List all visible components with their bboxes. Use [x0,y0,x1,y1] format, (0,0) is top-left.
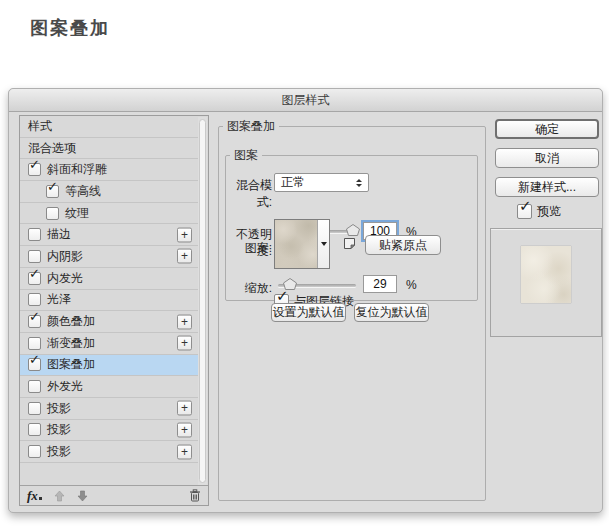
style-list-item[interactable]: 外发光 [20,376,198,398]
layer-style-dialog: 图层样式 样式混合选项✓斜面和浮雕✓等高线纹理描边+内阴影+✓内发光光泽✓颜色叠… [8,88,603,513]
fx-icon[interactable]: fx [27,488,38,504]
trash-icon [189,489,201,502]
snap-to-origin-button[interactable]: 贴紧原点 [365,235,441,255]
scrollbar-thumb[interactable] [199,119,206,483]
pattern-label: 图案: [228,240,272,257]
pattern-swatch-picker[interactable] [274,219,330,269]
style-item-label: 投影 [47,421,71,438]
checkmark-icon: ✓ [29,310,40,323]
reset-default-button[interactable]: 复位为默认值 [354,303,429,322]
effect-checkbox[interactable] [28,402,41,415]
new-preset-page-icon [343,237,356,250]
effect-checkbox[interactable]: ✓ [46,185,59,198]
blend-mode-value: 正常 [281,174,305,191]
effect-checkbox[interactable] [28,228,41,241]
arrow-up-icon [54,490,65,502]
style-list-item[interactable]: 投影+ [20,420,198,442]
style-preview-thumbnail [521,246,571,303]
blend-mode-label: 混合模式: [228,177,272,211]
new-style-button[interactable]: 新建样式... [495,177,599,197]
move-effect-up-button[interactable] [54,490,65,502]
effect-checkbox[interactable]: ✓ [28,358,41,371]
effect-checkbox[interactable] [46,207,59,220]
style-list-item[interactable]: 投影+ [20,441,198,463]
checkmark-icon: ✓ [47,180,58,193]
add-effect-instance-button[interactable]: + [177,422,192,437]
style-item-label: 外发光 [47,378,83,395]
style-item-label: 等高线 [65,183,101,200]
pattern-picker-strip[interactable] [317,220,329,268]
style-preview-panel [490,228,602,337]
style-list-item[interactable]: 投影+ [20,398,198,420]
add-effect-instance-button[interactable]: + [177,336,192,351]
effect-checkbox[interactable]: ✓ [28,315,41,328]
effect-checkbox[interactable]: ✓ [28,272,41,285]
style-list-item[interactable]: ✓图案叠加 [20,355,198,377]
cancel-button[interactable]: 取消 [495,148,599,168]
scale-input[interactable]: 29 [363,275,397,293]
dropdown-arrows-icon [356,179,362,187]
style-list-item[interactable]: ✓斜面和浮雕 [20,159,198,181]
move-effect-down-button[interactable] [77,490,88,502]
blend-mode-select[interactable]: 正常 [274,173,369,192]
styles-sidebar: 样式混合选项✓斜面和浮雕✓等高线纹理描边+内阴影+✓内发光光泽✓颜色叠加+渐变叠… [19,115,209,506]
checkbox-box[interactable]: ✓ [517,204,532,219]
add-effect-instance-button[interactable]: + [177,401,192,416]
effect-checkbox[interactable] [28,337,41,350]
effect-checkbox[interactable]: ✓ [28,163,41,176]
style-item-label: 颜色叠加 [47,313,95,330]
style-item-label: 描边 [47,226,71,243]
effect-checkbox[interactable] [28,293,41,306]
delete-effect-button[interactable] [189,489,201,502]
dialog-titlebar[interactable]: 图层样式 [9,89,602,112]
checkmark-icon: ✓ [29,353,40,366]
make-default-button[interactable]: 设置为默认值 [271,303,346,322]
style-item-label: 图案叠加 [47,356,95,373]
preview-checkbox[interactable]: ✓ 预览 [517,203,561,220]
panel-header: 图案叠加 [223,118,279,135]
style-list-item[interactable]: 描边+ [20,224,198,246]
style-list-item[interactable]: ✓等高线 [20,181,198,203]
dialog-title: 图层样式 [282,92,330,109]
style-list: 样式混合选项✓斜面和浮雕✓等高线纹理描边+内阴影+✓内发光光泽✓颜色叠加+渐变叠… [20,116,198,463]
style-list-item[interactable]: 纹理 [20,203,198,225]
style-item-label: 渐变叠加 [47,335,95,352]
effect-checkbox[interactable] [28,423,41,436]
style-item-label: 光泽 [47,291,71,308]
scale-label: 缩放: [228,280,272,297]
checkmark-icon: ✓ [519,198,532,213]
add-effect-instance-button[interactable]: + [177,249,192,264]
add-effect-instance-button[interactable]: + [177,227,192,242]
checkmark-icon: ✓ [276,288,289,303]
style-list-item[interactable]: 渐变叠加+ [20,333,198,355]
picker-arrow-icon [321,242,327,246]
effect-checkbox[interactable] [28,445,41,458]
add-effect-instance-button[interactable]: + [177,444,192,459]
arrow-down-icon [77,490,88,502]
style-item-label: 斜面和浮雕 [47,161,107,178]
style-item-label: 混合选项 [28,140,76,157]
scale-unit: % [406,278,417,292]
sidebar-scrollbar[interactable] [198,117,207,485]
pattern-group: 图案 混合模式: 正常 不透明度: 100 % 图案: [225,147,478,301]
opacity-slider-thumb[interactable] [346,222,360,234]
style-list-item[interactable]: 样式 [20,116,198,138]
sidebar-footer: fx [20,485,208,505]
style-list-item[interactable]: ✓内发光 [20,268,198,290]
checkmark-icon: ✓ [29,267,40,280]
style-item-label: 内阴影 [47,248,83,265]
style-item-label: 纹理 [65,205,89,222]
ok-button[interactable]: 确定 [495,119,599,139]
style-list-item[interactable]: 光泽 [20,290,198,312]
style-item-label: 样式 [28,118,52,135]
style-item-label: 投影 [47,443,71,460]
effect-checkbox[interactable] [28,250,41,263]
style-list-item[interactable]: 内阴影+ [20,246,198,268]
style-list-item[interactable]: ✓颜色叠加+ [20,311,198,333]
add-effect-instance-button[interactable]: + [177,314,192,329]
effect-checkbox[interactable] [28,380,41,393]
new-pattern-preset-button[interactable] [343,236,356,249]
style-list-item[interactable]: 混合选项 [20,138,198,160]
pattern-group-label: 图案 [230,147,262,164]
pattern-overlay-panel: 图案叠加 图案 混合模式: 正常 不透明度: 100 % 图案: [218,118,486,501]
